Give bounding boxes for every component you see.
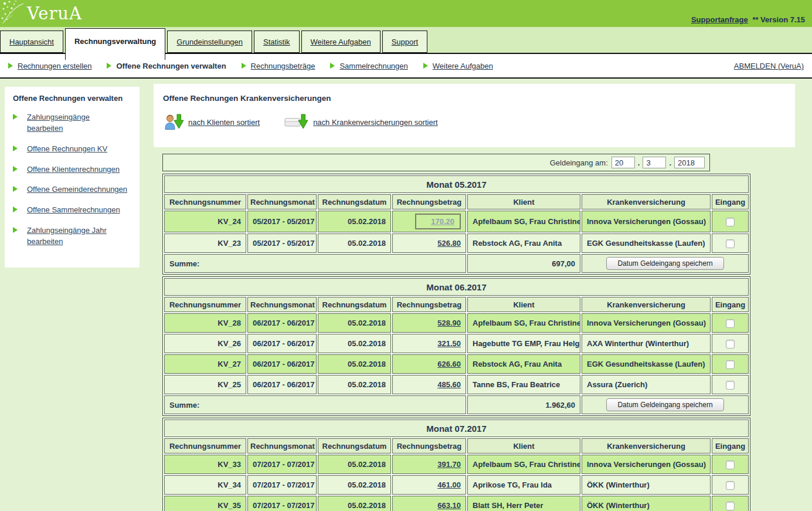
arrow-right-icon [13,166,18,172]
subnav-rechnungen-erstellen[interactable]: Rechnungen erstellen [8,62,91,70]
invoice-table-month: Monat 06.2017RechnungsnummerRechnungsmon… [162,276,750,416]
sort-by-client[interactable]: nach Klienten sortiert [163,113,260,131]
cell-krankenversicherung: ÖKK (Winterthur) [582,475,711,495]
tab-statistik[interactable]: Statistik [254,31,300,53]
invoice-amount-link[interactable]: 321.50 [437,339,461,348]
sidebar-item-zahlungseingaenge-bearbeiten[interactable]: Zahlungseingänge bearbeiten [13,112,128,134]
arrow-right-icon [242,63,246,69]
sort-by-insurance[interactable]: nach Krankenversicherungen sortiert [284,113,437,131]
eingang-checkbox[interactable] [726,319,735,328]
save-date-button[interactable]: Datum Geldeingang speichern [606,257,723,270]
cell-krankenversicherung: EGK Gesundheitskasse (Laufen) [582,233,711,253]
eingang-checkbox[interactable] [726,461,735,469]
cell-krankenversicherung: Innova Versicherungen (Gossau) [582,211,711,232]
cell-rechnungsmonat: 06/2017 - 06/2017 [247,354,317,374]
invoice-amount-link[interactable]: 526.80 [437,239,461,248]
invoice-amount-link[interactable]: 461.00 [437,480,461,489]
column-header: Eingang [712,297,749,312]
save-date-button[interactable]: Datum Geldeingang speichern [606,398,723,411]
geldeingang-label: Geldeingang am: [550,158,608,167]
arrow-right-icon [13,114,18,120]
summe-row: Summe:697,00Datum Geldeingang speichern [164,254,749,273]
invoice-row: KV_3307/2017 - 07/201705.02.2018391.70Ap… [164,455,749,474]
content-header-panel: Offene Rechnungen Krankenversicherungen … [154,84,795,147]
month-title: Monat 06.2017 [164,278,749,296]
date-separator: . [638,158,640,167]
verua-app-window: VeruA Supportanfrage ** Version 7.15 Hau… [0,0,812,511]
column-header: Krankenversicherung [582,194,711,209]
sidebar-item-offene-sammelrechnungen[interactable]: Offene Sammelrechnungen [13,205,128,216]
invoice-table-month: Monat 07.2017RechnungsnummerRechnungsmon… [162,418,750,511]
cell-rechnungsbetrag: 626.60 [392,354,466,374]
cell-rechnungsnummer: KV_27 [164,354,246,374]
column-header: Rechnungsnummer [164,297,246,312]
cell-eingang [712,211,749,232]
column-header: Rechnungsnummer [164,194,246,209]
cell-krankenversicherung: ÖKK (Winterthur) [582,496,711,511]
cell-rechnungsdatum: 05.02.2018 [318,313,391,333]
tab-weitere-aufgaben[interactable]: Weitere Aufgaben [301,31,380,53]
cell-klient: Hagebutte TG EMP, Frau Helga [467,334,580,353]
cell-eingang [712,354,749,374]
cell-rechnungsnummer: KV_28 [164,313,246,333]
eingang-checkbox[interactable] [726,481,735,490]
eingang-checkbox[interactable] [726,381,735,390]
subnav-offene-rechnungen-verwalten[interactable]: Offene Rechnungen verwalten [107,62,226,70]
logo-branch-icon [1,0,26,27]
arrow-right-icon [107,63,111,69]
tab-rechnungsverwaltung[interactable]: Rechnungsverwaltung [65,28,165,60]
abmelden-link[interactable]: ABMELDEN (VeruA) [734,62,804,70]
eingang-checkbox[interactable] [726,360,735,369]
tab-support[interactable]: Support [382,31,428,53]
column-header: Krankenversicherung [582,297,711,312]
cell-krankenversicherung: AXA Winterthur (Winterthur) [582,334,711,353]
tab-grundeinstellungen[interactable]: Grundeinstellungen [167,31,252,53]
cell-rechnungsnummer: KV_24 [164,211,246,232]
month-title: Monat 05.2017 [164,175,749,193]
supportanfrage-link[interactable]: Supportanfrage [691,15,748,24]
sidebar-item-offene-rechnungen-kv[interactable]: Offene Rechnungen KV [13,144,128,155]
geldeingang-month-input[interactable] [643,157,666,168]
eingang-checkbox[interactable] [726,340,735,348]
invoice-row: KV_3507/2017 - 07/201705.02.2018663.10Bl… [164,496,749,511]
sidebar-item-zahlungseingaenge-jahr[interactable]: Zahlungseingänge Jahr bearbeiten [13,225,128,248]
invoice-tables: Monat 05.2017RechnungsnummerRechnungsmon… [162,174,750,511]
cell-rechnungsbetrag: 485.60 [392,375,466,394]
invoice-row: KV_2806/2017 - 06/201705.02.2018528.90Ap… [164,313,749,333]
cell-eingang [712,233,749,253]
focus-ring: 170.20 [415,214,461,229]
subnav-rechnungsbetraege[interactable]: Rechnungsbeträge [242,62,315,70]
invoice-amount-link[interactable]: 170.20 [431,217,454,226]
invoice-amount-link[interactable]: 663.10 [437,501,461,510]
cell-rechnungsnummer: KV_26 [164,334,246,353]
eingang-checkbox[interactable] [726,502,735,510]
cell-klient: Blatt SH, Herr Peter [467,496,580,511]
cell-rechnungsmonat: 06/2017 - 06/2017 [247,313,317,333]
client-sort-icon [163,113,184,131]
sidebar-item-offene-klientenrechnungen[interactable]: Offene Klientenrechnungen [13,164,128,175]
cell-klient: Apfelbaum SG, Frau Christine [467,211,580,232]
cell-rechnungsnummer: KV_34 [164,475,246,495]
column-header: Rechnungsbetrag [392,438,466,454]
sidebar-item-offene-gemeinderechnungen[interactable]: Offene Gemeinderechnungen [13,184,128,195]
subnav-sammelrechnungen[interactable]: Sammelrechnungen [330,62,407,70]
cell-rechnungsdatum: 05.02.2018 [318,233,391,253]
eingang-checkbox[interactable] [726,239,735,248]
column-header: Rechnungsnummer [164,438,246,454]
invoice-amount-link[interactable]: 626.60 [437,360,461,368]
invoice-row: KV_2305/2017 - 05/201705.02.2018526.80Re… [164,233,749,253]
tab-hauptansicht[interactable]: Hauptansicht [0,31,63,53]
geldeingang-year-input[interactable] [674,157,705,168]
column-header: Rechnungsdatum [318,194,391,209]
geldeingang-day-input[interactable] [611,157,635,168]
cell-rechnungsdatum: 05.02.2018 [318,211,391,232]
invoice-amount-link[interactable]: 391.70 [437,460,461,469]
cell-rechnungsnummer: KV_35 [164,496,246,511]
invoice-amount-link[interactable]: 528.90 [437,319,461,327]
save-date-cell: Datum Geldeingang speichern [582,395,749,414]
insurance-sort-icon [284,113,309,131]
invoice-amount-link[interactable]: 485.60 [437,380,461,389]
eingang-checkbox[interactable] [726,218,735,226]
subnav-weitere-aufgaben[interactable]: Weitere Aufgaben [423,62,493,70]
cell-eingang [712,375,749,394]
